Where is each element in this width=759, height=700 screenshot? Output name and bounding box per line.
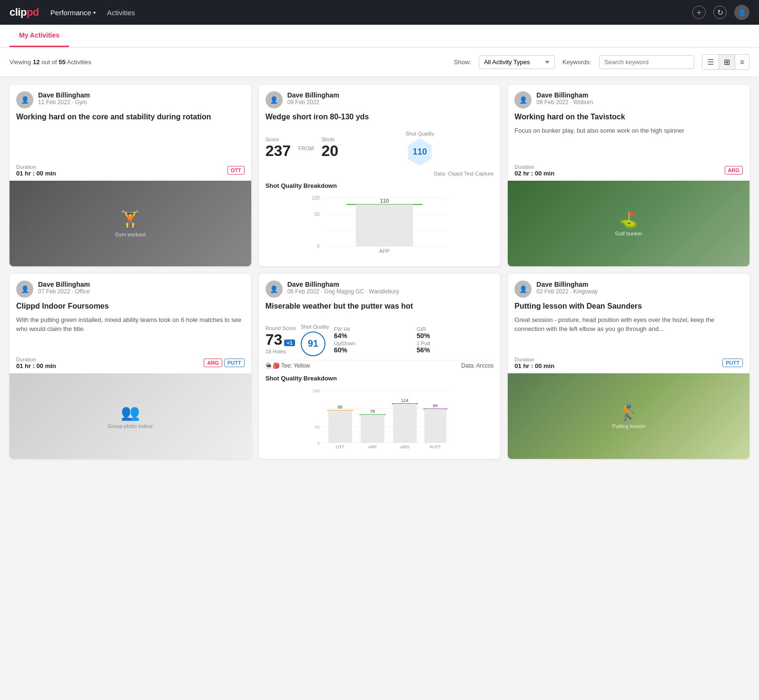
svg-text:OTT: OTT <box>335 445 344 449</box>
card-meta-4: Dave Billingham 07 Feb 2022 · Office <box>38 281 245 295</box>
activity-card-2[interactable]: 👤 Dave Billingham 09 Feb 2022 Wedge shor… <box>259 85 501 266</box>
activity-card-4[interactable]: 👤 Dave Billingham 07 Feb 2022 · Office C… <box>10 274 251 459</box>
tee-row-5: 🌦 🎒 Tee: Yellow Data: Arccos <box>259 360 501 371</box>
grid-view-btn[interactable]: ⊞ <box>719 55 735 69</box>
nav-right: ＋ ↻ 👤 <box>692 5 749 20</box>
svg-text:94: 94 <box>433 403 437 408</box>
tag-arg-3: ARG <box>725 166 743 175</box>
tag-arg-4: ARG <box>204 359 222 367</box>
svg-text:50: 50 <box>314 212 320 217</box>
card-body-3: Working hard on the Tavistock Focus on b… <box>508 112 749 160</box>
card-image-1: 🏋️ Gym workout <box>10 181 251 266</box>
nav-performance[interactable]: Performance ▾ <box>50 9 96 17</box>
card-meta-3: Dave Billingham 08 Feb 2022 · Woburn <box>536 91 743 106</box>
svg-text:ARG: ARG <box>400 445 410 449</box>
shot-quality-badge-5: 91 <box>301 331 325 356</box>
svg-text:0: 0 <box>317 243 320 249</box>
activity-card-1[interactable]: 👤 Dave Billingham 11 Feb 2022 · Gym Work… <box>10 85 251 266</box>
card-header-5: 👤 Dave Billingham 06 Feb 2022 · Gog Mago… <box>259 274 501 301</box>
viewing-count: Viewing 12 out of 55 Activities <box>10 58 446 66</box>
tag-ott-1: OTT <box>227 166 245 175</box>
card-body-2: Wedge short iron 80-130 yds <box>259 112 501 131</box>
card-image-6: 🏌️ Putting lesson <box>508 373 749 459</box>
card-header-6: 👤 Dave Billingham 02 Feb 2022 · Kingsway <box>508 274 749 301</box>
chart-section-2: Shot Quality Breakdown 100 50 0 110 <box>259 178 501 266</box>
avatar-1: 👤 <box>16 91 33 108</box>
mini-stats-5: FW Hit 64% GIR 50% Up/Down 60% 1 Putt 56… <box>334 326 494 354</box>
svg-rect-20 <box>328 410 352 443</box>
svg-text:100: 100 <box>312 389 319 393</box>
chart-area-5: 100 50 0 88 OTT 78 APP 114 <box>266 386 494 452</box>
tab-my-activities[interactable]: My Activities <box>10 25 69 47</box>
svg-text:APP: APP <box>379 248 389 254</box>
round-score-col-5: Round Score 73 +1 18 Holes <box>266 325 296 354</box>
view-toggle: ☰ ⊞ ≡ <box>702 54 749 70</box>
tags-4: ARG PUTT <box>204 359 244 367</box>
avatar-3: 👤 <box>514 91 532 108</box>
svg-text:78: 78 <box>370 409 375 414</box>
card-image-4: 👥 Group photo indoor <box>10 373 251 459</box>
one-putt-5: 1 Putt 56% <box>417 340 494 354</box>
avatar-6: 👤 <box>514 281 532 298</box>
filter-bar: Viewing 12 out of 55 Activities Show: Al… <box>0 48 759 77</box>
shot-quality-col-5: Shot Quality 91 <box>301 324 329 356</box>
search-input[interactable] <box>599 55 694 69</box>
compact-view-btn[interactable]: ≡ <box>735 55 749 69</box>
card-body-6: Putting lesson with Dean Saunders Great … <box>508 301 749 353</box>
card-image-3: ⛳ Golf bunker <box>508 181 749 266</box>
up-down-5: Up/Down 60% <box>334 340 411 354</box>
activity-card-6[interactable]: 👤 Dave Billingham 02 Feb 2022 · Kingsway… <box>508 274 749 459</box>
chart-section-5: Shot Quality Breakdown 100 50 0 88 <box>259 371 501 459</box>
card-meta-5: Dave Billingham 06 Feb 2022 · Gog Magog … <box>287 281 494 295</box>
svg-text:0: 0 <box>317 441 319 446</box>
list-view-btn[interactable]: ☰ <box>702 55 719 69</box>
chart-area-2: 100 50 0 110 APP <box>266 193 494 260</box>
svg-text:114: 114 <box>401 398 408 403</box>
bar-chart-5: 100 50 0 88 OTT 78 APP 114 <box>266 386 494 452</box>
card-footer-3: Duration 02 hr : 00 min ARG <box>508 160 749 181</box>
show-label: Show: <box>454 58 471 66</box>
topnav: clippd Performance ▾ Activities ＋ ↻ 👤 <box>0 0 759 25</box>
card-footer-6: Duration 01 hr : 00 min PUTT <box>508 353 749 373</box>
svg-text:110: 110 <box>380 198 388 204</box>
svg-rect-32 <box>424 409 446 443</box>
svg-text:APP: APP <box>368 445 376 449</box>
stats-row-2: Score 237 FROM Shots 20 Shot Quality 110 <box>259 131 501 169</box>
avatar[interactable]: 👤 <box>734 5 749 20</box>
card-header-4: 👤 Dave Billingham 07 Feb 2022 · Office <box>10 274 251 301</box>
shot-quality-badge-2: 110 <box>406 138 434 166</box>
svg-text:88: 88 <box>337 405 342 409</box>
avatar-4: 👤 <box>16 281 33 298</box>
avatar-2: 👤 <box>266 91 283 108</box>
activity-type-select[interactable]: All Activity Types <box>479 55 555 69</box>
activities-grid: 👤 Dave Billingham 11 Feb 2022 · Gym Work… <box>0 77 759 467</box>
activity-card-3[interactable]: 👤 Dave Billingham 08 Feb 2022 · Woburn W… <box>508 85 749 266</box>
svg-rect-24 <box>360 415 384 443</box>
svg-rect-9 <box>355 204 413 246</box>
tag-putt-6: PUTT <box>722 359 743 367</box>
card-meta-6: Dave Billingham 02 Feb 2022 · Kingsway <box>536 281 743 295</box>
avatar-5: 👤 <box>266 281 283 298</box>
tabs-bar: My Activities <box>0 25 759 48</box>
round-stats-5: Round Score 73 +1 18 Holes Shot Quality … <box>259 320 501 360</box>
card-header-2: 👤 Dave Billingham 09 Feb 2022 <box>259 85 501 112</box>
svg-text:100: 100 <box>312 195 320 201</box>
card-footer-1: Duration 01 hr : 00 min OTT <box>10 160 251 181</box>
card-meta-2: Dave Billingham 09 Feb 2022 <box>287 91 494 106</box>
bar-chart-2: 100 50 0 110 APP <box>266 193 494 255</box>
nav-activities[interactable]: Activities <box>107 9 135 17</box>
card-header-3: 👤 Dave Billingham 08 Feb 2022 · Woburn <box>508 85 749 112</box>
card-footer-4: Duration 01 hr : 00 min ARG PUTT <box>10 353 251 373</box>
svg-text:PUTT: PUTT <box>430 445 441 449</box>
keywords-label: Keywords: <box>562 58 591 66</box>
card-body-1: Working hard on the core and stability d… <box>10 112 251 160</box>
logo[interactable]: clippd <box>10 6 39 19</box>
svg-rect-28 <box>393 404 416 443</box>
card-header-1: 👤 Dave Billingham 11 Feb 2022 · Gym <box>10 85 251 112</box>
refresh-icon[interactable]: ↻ <box>713 6 727 19</box>
tag-putt-4: PUTT <box>224 359 245 367</box>
gir-5: GIR 50% <box>417 326 494 340</box>
activity-card-5[interactable]: 👤 Dave Billingham 06 Feb 2022 · Gog Mago… <box>259 274 501 459</box>
add-icon[interactable]: ＋ <box>692 6 706 19</box>
card-body-5: Miserable weather but the putter was hot <box>259 301 501 320</box>
